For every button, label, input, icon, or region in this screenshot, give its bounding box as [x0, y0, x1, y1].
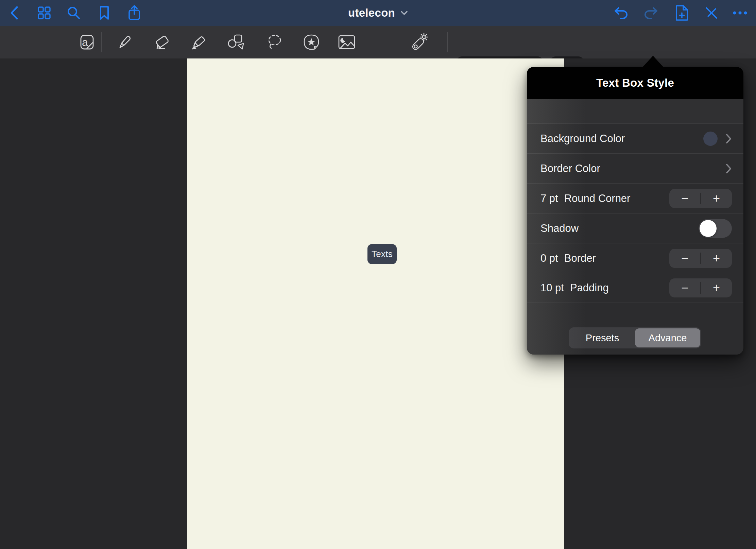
pen-tool-icon[interactable] — [117, 34, 133, 50]
minus-button[interactable]: − — [669, 189, 700, 208]
chevron-right-icon — [726, 163, 732, 174]
row-label: Shadow — [540, 222, 579, 235]
border-width-value: 0 pt — [540, 252, 558, 264]
round-corner-value: 7 pt — [540, 192, 558, 205]
row-label: Padding — [570, 282, 609, 294]
goodnotes-app: utelecon — [0, 0, 756, 549]
round-corner-stepper: − + — [669, 189, 732, 208]
redo-icon[interactable] — [643, 6, 659, 20]
minus-button[interactable]: − — [669, 249, 700, 268]
image-tool-icon[interactable] — [338, 35, 356, 50]
more-icon[interactable] — [732, 11, 748, 15]
toggle-knob — [700, 220, 717, 237]
lasso-tool-icon[interactable] — [265, 33, 283, 51]
canvas-text-box[interactable]: Texts — [367, 244, 397, 264]
presets-advance-segmented-control: Presets Advance — [569, 327, 701, 348]
row-shadow: Shadow — [527, 213, 743, 243]
row-label: Border — [564, 252, 596, 264]
row-background-color[interactable]: Background Color — [527, 123, 743, 153]
background-color-swatch — [703, 132, 718, 146]
chevron-right-icon — [726, 133, 732, 144]
row-label: Round Corner — [564, 192, 631, 205]
sticker-tool-icon[interactable] — [303, 34, 320, 50]
tool-bar: a — [0, 26, 756, 58]
undo-icon[interactable] — [613, 6, 629, 20]
plus-button[interactable]: + — [701, 189, 732, 208]
minus-button[interactable]: − — [669, 278, 700, 297]
canvas-text-box-label: Texts — [372, 249, 393, 259]
popover-title: Text Box Style — [596, 76, 674, 89]
top-navigation-bar: utelecon — [0, 0, 756, 26]
popover-preview-band — [527, 99, 743, 123]
row-label: Background Color — [540, 133, 625, 145]
popover-rows: Background Color Border Color 7 pt Round… — [527, 123, 743, 303]
toolbar-divider — [101, 32, 102, 52]
add-page-icon[interactable] — [675, 5, 688, 21]
padding-value: 10 pt — [540, 282, 564, 294]
row-padding: 10 pt Padding − + — [527, 273, 743, 303]
row-border-width: 0 pt Border − + — [527, 243, 743, 273]
border-width-stepper: − + — [669, 249, 732, 268]
row-border-color[interactable]: Border Color — [527, 153, 743, 183]
shadow-toggle[interactable] — [699, 219, 732, 238]
laser-pointer-icon[interactable] — [410, 33, 430, 52]
text-box-style-popover: Text Box Style Background Color Border C… — [527, 67, 743, 355]
eraser-tool-icon[interactable] — [154, 34, 171, 51]
row-round-corner: 7 pt Round Corner − + — [527, 183, 743, 213]
segment-presets[interactable]: Presets — [570, 328, 635, 347]
note-page[interactable]: Texts — [187, 58, 564, 549]
shapes-tool-icon[interactable] — [227, 34, 245, 51]
page-mode-icon[interactable]: a — [79, 34, 96, 51]
plus-button[interactable]: + — [701, 249, 732, 268]
row-label: Border Color — [540, 162, 600, 175]
plus-button[interactable]: + — [701, 278, 732, 297]
segment-advance[interactable]: Advance — [635, 328, 700, 347]
chevron-down-icon — [400, 11, 408, 15]
document-title: utelecon — [348, 6, 395, 19]
highlighter-tool-icon[interactable] — [191, 34, 207, 50]
padding-stepper: − + — [669, 278, 732, 297]
popover-header: Text Box Style — [527, 67, 743, 99]
svg-text:a: a — [82, 36, 88, 48]
document-title-button[interactable]: utelecon — [0, 0, 756, 26]
edit-toggle-icon[interactable] — [704, 6, 719, 20]
toolbar-divider — [447, 32, 448, 52]
popover-arrow — [642, 56, 664, 68]
